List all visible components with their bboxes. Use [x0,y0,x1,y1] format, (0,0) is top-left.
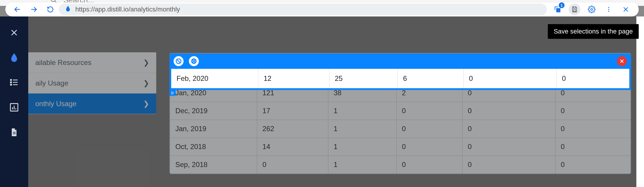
selected-cell: 12 [258,69,330,88]
more-menu-button[interactable] [603,4,615,15]
svg-point-15 [10,82,11,83]
rail-list-icon[interactable] [9,78,19,88]
back-button[interactable] [14,6,21,13]
svg-rect-5 [573,10,576,11]
save-button[interactable] [569,4,580,15]
selector-count-badge: 1 [559,2,565,8]
app-rail [0,16,28,187]
selected-cell: 6 [398,69,464,88]
selection-tag: tr [169,90,176,96]
selection-close-button[interactable] [617,56,627,66]
rail-distill-icon[interactable] [9,52,19,64]
selection-ignore-button[interactable] [174,56,184,66]
close-extension-button[interactable] [620,4,632,15]
browser-toolbar: https://app.distill.io/analytics/monthly… [5,2,639,16]
selected-cell: 0 [557,69,629,88]
rail-document-icon[interactable] [9,128,19,138]
site-icon [65,5,71,14]
selected-row[interactable]: Feb, 2020 12 25 6 0 0 [169,69,631,90]
dim-overlay [0,16,644,187]
svg-point-16 [10,84,11,85]
svg-point-7 [608,7,609,8]
svg-point-9 [608,11,609,12]
svg-rect-4 [573,7,576,8]
forward-button[interactable] [30,6,38,13]
svg-point-14 [10,79,11,81]
address-url: https://app.distill.io/analytics/monthly [75,6,180,13]
svg-point-6 [591,9,593,11]
rail-close-button[interactable] [10,28,19,38]
selected-cell: Feb, 2020 [171,69,258,88]
rail-chart-icon[interactable] [9,102,19,113]
selection-toolbar [169,54,631,69]
svg-point-8 [608,9,609,10]
svg-rect-25 [13,133,16,134]
svg-rect-24 [13,132,16,133]
save-tooltip: Save selections in the page [548,24,639,39]
selection-expand-button[interactable] [189,56,199,66]
svg-line-27 [177,60,180,63]
settings-button[interactable] [586,4,598,15]
right-edge [636,16,644,187]
address-bar[interactable]: https://app.distill.io/analytics/monthly [59,4,547,15]
selected-cell: 25 [330,69,398,88]
reload-button[interactable] [46,6,54,13]
selector-tool-button[interactable]: 1 [552,4,563,15]
selected-cell: 0 [464,69,557,88]
